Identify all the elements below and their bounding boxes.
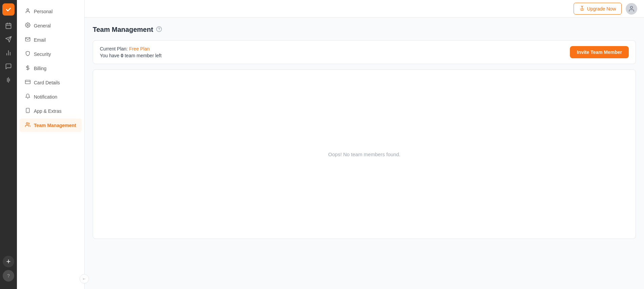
calendar-icon-btn[interactable] <box>2 20 15 32</box>
plan-text: Current Plan: Free Plan <box>100 46 161 51</box>
content-area: Team Management Current Plan: Free Plan … <box>85 18 644 289</box>
add-icon-btn[interactable]: + <box>3 256 14 267</box>
sidebar-item-app-extras[interactable]: App & Extras <box>20 104 82 118</box>
main-area: Upgrade Now Team Management Current Plan… <box>85 0 644 289</box>
page-header: Team Management <box>93 26 636 34</box>
icon-bar-bottom: + ? <box>3 256 14 286</box>
svg-point-19 <box>26 123 28 124</box>
collapse-icon: ← <box>82 276 86 281</box>
invite-team-member-button[interactable]: Invite Team Member <box>570 46 629 58</box>
sidebar-item-personal-label: Personal <box>34 9 52 14</box>
sidebar-menu: Personal General Email Security Billing <box>17 0 84 289</box>
sidebar-collapse-button[interactable]: ← <box>80 274 89 284</box>
sidebar-item-notification[interactable]: Notification <box>20 90 82 104</box>
upgrade-button[interactable]: Upgrade Now <box>574 3 622 15</box>
dollar-icon <box>25 65 30 72</box>
sidebar-item-security[interactable]: Security <box>20 47 82 61</box>
sidebar-item-team-management[interactable]: Team Management <box>20 119 82 132</box>
plan-banner: Current Plan: Free Plan You have 0 team … <box>93 40 636 64</box>
sidebar-item-billing[interactable]: Billing <box>20 62 82 75</box>
sidebar-item-email[interactable]: Email <box>20 33 82 47</box>
audio-icon-btn[interactable] <box>2 74 15 86</box>
plan-sub-text: You have 0 team member left <box>100 53 161 58</box>
chart-icon-btn[interactable] <box>2 47 15 59</box>
sidebar: Personal General Email Security Billing <box>17 0 85 289</box>
plan-name[interactable]: Free Plan <box>129 46 150 51</box>
plan-suffix: team member left <box>125 53 161 58</box>
topbar: Upgrade Now <box>85 0 644 18</box>
email-icon <box>25 37 30 43</box>
sidebar-item-team-management-label: Team Management <box>34 123 76 128</box>
shield-icon <box>25 51 30 58</box>
phone-icon <box>25 108 30 115</box>
team-icon <box>25 122 30 129</box>
sidebar-item-general-label: General <box>34 23 51 28</box>
sidebar-item-app-extras-label: App & Extras <box>34 108 62 114</box>
page-title: Team Management <box>93 26 153 34</box>
sidebar-item-card-details-label: Card Details <box>34 80 60 85</box>
icon-bar-top <box>2 3 15 256</box>
plan-count: 0 <box>121 53 124 58</box>
chat-icon-btn[interactable] <box>2 60 15 73</box>
sidebar-item-billing-label: Billing <box>34 66 46 71</box>
person-icon <box>25 8 30 15</box>
svg-rect-15 <box>25 80 30 84</box>
help-circle-icon[interactable] <box>156 26 162 34</box>
gear-icon <box>25 22 30 29</box>
trophy-icon <box>579 5 585 12</box>
icon-bar: + ? <box>0 0 17 289</box>
svg-point-12 <box>27 9 28 11</box>
logo-button[interactable] <box>2 3 15 16</box>
plan-info: Current Plan: Free Plan You have 0 team … <box>100 46 161 58</box>
svg-point-21 <box>630 6 633 8</box>
sidebar-item-security-label: Security <box>34 51 51 57</box>
avatar[interactable] <box>626 3 637 15</box>
sidebar-item-card-details[interactable]: Card Details <box>20 76 82 89</box>
sidebar-item-personal[interactable]: Personal <box>20 5 82 18</box>
svg-rect-0 <box>6 23 11 28</box>
svg-point-13 <box>27 24 28 26</box>
empty-message: Oops! No team members found. <box>328 151 400 157</box>
empty-state: Oops! No team members found. <box>93 69 636 239</box>
help-icon-btn[interactable]: ? <box>3 270 14 282</box>
card-icon <box>25 79 30 86</box>
sidebar-item-notification-label: Notification <box>34 94 57 100</box>
sidebar-item-email-label: Email <box>34 37 46 43</box>
bell-icon <box>25 94 30 100</box>
send-icon-btn[interactable] <box>2 33 15 45</box>
upgrade-button-label: Upgrade Now <box>587 6 616 12</box>
plan-label: Current Plan: <box>100 46 128 51</box>
sidebar-item-general[interactable]: General <box>20 19 82 33</box>
